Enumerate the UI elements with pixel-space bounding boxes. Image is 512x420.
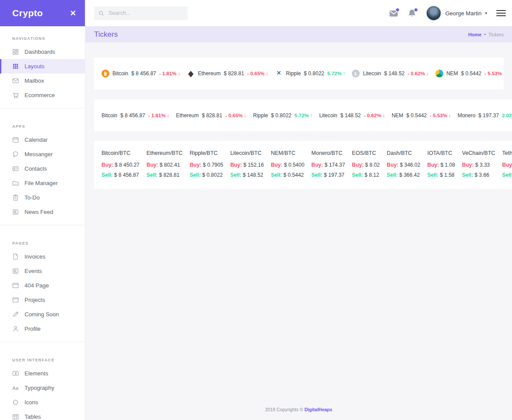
sidebar-item-icons[interactable]: Icons bbox=[0, 395, 85, 410]
ticker-item-bitcoin[interactable]: ฿ Bitcoin $ 8 456.87 - 1.81%↓ bbox=[102, 70, 180, 77]
ticker-name: Ripple bbox=[253, 112, 268, 119]
search-box[interactable] bbox=[94, 7, 188, 20]
hamburger-menu-icon[interactable] bbox=[496, 10, 506, 16]
ticker-price: $ 828.81 bbox=[224, 70, 244, 77]
buy-value: $ 1.08 bbox=[440, 162, 455, 168]
ticker-strip: Bitcoin $ 8 456.87 - 1.81%↓ Ethereum $ 8… bbox=[94, 99, 512, 131]
sidebar-item-dashboards[interactable]: Dashboards bbox=[0, 45, 85, 59]
sidebar-item-profile[interactable]: Profile bbox=[0, 322, 85, 336]
projects-icon bbox=[12, 297, 19, 303]
browser-icon bbox=[12, 282, 19, 289]
sidebar-item-typography[interactable]: Aa Typography bbox=[0, 381, 85, 395]
sidebar-item-elements[interactable]: Elements bbox=[0, 366, 85, 381]
ticker-name: Ethereum bbox=[198, 70, 221, 77]
sidebar-item-tables[interactable]: Tables bbox=[0, 410, 85, 420]
sidebar-item-layouts[interactable]: Layouts bbox=[0, 59, 85, 74]
footer-link[interactable]: DigitalHeaps bbox=[305, 407, 333, 412]
sidebar-item-calendar[interactable]: Calendar bbox=[0, 133, 85, 147]
pair-column-iota: IOTA/BTC Buy: $ 1.08 Sell: $ 1.58 bbox=[427, 150, 455, 182]
brand-logo: Crypto bbox=[12, 8, 43, 18]
sidebar-item-coming-soon[interactable]: Coming Soon bbox=[0, 307, 85, 322]
sidebar-item-label: Ecommerce bbox=[25, 92, 55, 98]
sidebar-item-ecommerce[interactable]: Ecommerce bbox=[0, 88, 85, 102]
ticker-price: $ 0.8022 bbox=[304, 70, 324, 77]
sidebar-item-label: Profile bbox=[25, 326, 41, 332]
notifications-button[interactable] bbox=[407, 9, 417, 18]
ticker-strip-card-plain: Bitcoin $ 8 456.87 - 1.81%↓ Ethereum $ 8… bbox=[94, 99, 512, 131]
sidebar-item-label: Projects bbox=[25, 297, 45, 303]
arrow-down-icon: ↓ bbox=[178, 71, 180, 76]
ticker-name: NEM bbox=[392, 112, 403, 119]
section-label-user-interface: USER INTERFACE bbox=[0, 348, 85, 366]
buy-label: Buy: bbox=[462, 162, 474, 168]
pairs-table: Bitcoin/BTC Buy: $ 8 450.27 Sell: $ 8 45… bbox=[94, 141, 512, 182]
ticker-item-ripple[interactable]: Ripple $ 0.8022 5.72%↑ bbox=[253, 112, 312, 119]
pair-name: Bitcoin/BTC bbox=[102, 150, 140, 156]
sidebar-item-contacts[interactable]: Contacts bbox=[0, 161, 85, 176]
buy-label: Buy: bbox=[102, 162, 113, 168]
ticker-item-litecoin[interactable]: Litecoin $ 148.52 - 0.62%↓ bbox=[319, 112, 385, 119]
ticker-name: Litecoin bbox=[363, 70, 381, 77]
ticker-item-ethereum[interactable]: Ethereum $ 828.81 - 0.65%↓ bbox=[176, 112, 246, 119]
sell-value: $ 828.81 bbox=[159, 172, 179, 178]
sidebar-divider bbox=[0, 342, 85, 342]
ticker-item-monero[interactable]: Monero $ 197.37 2.02%↑ bbox=[458, 112, 512, 119]
sidebar-item-invoices[interactable]: Invoices bbox=[0, 249, 85, 264]
pair-name: NEM/BTC bbox=[271, 150, 305, 156]
ticker-price: $ 8 456.87 bbox=[131, 70, 156, 77]
messages-button[interactable] bbox=[389, 9, 398, 18]
topbar: George Martin ▾ bbox=[85, 0, 512, 26]
pair-column-ethereum: Ethereum/BTC Buy: $ 802.41 Sell: $ 828.8… bbox=[147, 150, 183, 182]
ticker-change: - 1.81%↓ bbox=[159, 71, 180, 76]
ticker-item-ripple[interactable]: × Ripple $ 0.8022 5.72%↑ bbox=[275, 70, 345, 77]
pair-column-monero: Monero/BTC Buy: $ 174.37 Sell: $ 197.37 bbox=[312, 150, 345, 182]
ripple-icon: × bbox=[275, 70, 283, 77]
ticker-item-litecoin[interactable]: Ł Litecoin $ 148.52 - 0.62%↓ bbox=[352, 70, 428, 77]
ticker-item-nem[interactable]: NEM $ 0.5442 - 5.53%↓ bbox=[392, 112, 451, 119]
brand-header: Crypto ✕ bbox=[0, 0, 85, 26]
ticker-change: - 0.65%↓ bbox=[247, 71, 268, 76]
page-title: Tickers bbox=[94, 30, 118, 39]
sidebar-item-label: Coming Soon bbox=[25, 311, 59, 318]
search-input[interactable] bbox=[108, 10, 183, 17]
avatar[interactable] bbox=[426, 5, 442, 21]
ticker-name: Bitcoin bbox=[102, 112, 117, 119]
sell-value: $ 0.5442 bbox=[284, 172, 304, 178]
breadcrumb-home[interactable]: Home bbox=[468, 32, 482, 37]
sidebar-item-mailbox[interactable]: Mailbox bbox=[0, 74, 85, 88]
sidebar-item-events[interactable]: Events bbox=[0, 264, 85, 278]
ticker-name: Ripple bbox=[286, 70, 301, 77]
sell-value: $ 1.58 bbox=[440, 172, 454, 178]
sidebar-item-404-page[interactable]: 404 Page bbox=[0, 278, 85, 293]
sidebar-item-label: Layouts bbox=[25, 63, 45, 70]
ticker-price: $ 197.37 bbox=[478, 112, 499, 119]
ticker-item-bitcoin[interactable]: Bitcoin $ 8 456.87 - 1.81%↓ bbox=[102, 112, 169, 119]
ticker-change: - 0.62%↓ bbox=[407, 71, 428, 76]
ticker-name: Litecoin bbox=[319, 112, 337, 119]
dashboards-icon bbox=[12, 49, 19, 55]
ticker-item-nem[interactable]: NEM $ 0.5442 - 5.53%↓ bbox=[435, 70, 504, 77]
ticker-price: $ 828.81 bbox=[202, 112, 222, 119]
buy-label: Buy: bbox=[271, 162, 283, 168]
section-label-navigations: NAVIGATIONS bbox=[0, 26, 85, 45]
ticker-change: 5.72%↑ bbox=[327, 71, 345, 76]
sidebar-item-news-feed[interactable]: News Feed bbox=[0, 205, 85, 219]
chat-icon bbox=[12, 151, 19, 158]
circle-icon bbox=[12, 399, 19, 406]
sell-value: $ 3.66 bbox=[475, 172, 489, 178]
ticker-item-ethereum[interactable]: ◆ Ethereum $ 828.81 - 0.65%↓ bbox=[187, 70, 268, 77]
user-menu[interactable]: George Martin ▾ bbox=[426, 5, 487, 21]
ticker-price: $ 148.52 bbox=[384, 70, 405, 77]
chevron-down-icon: ▾ bbox=[485, 11, 487, 15]
sidebar-item-file-manager[interactable]: File Manager bbox=[0, 176, 85, 190]
sidebar-item-label: News Feed bbox=[25, 209, 53, 215]
sidebar-item-messanger[interactable]: Messanger bbox=[0, 147, 85, 161]
close-icon[interactable]: ✕ bbox=[70, 9, 76, 18]
litecoin-icon: Ł bbox=[352, 70, 360, 77]
arrow-up-icon: ↑ bbox=[343, 71, 346, 76]
buy-value: $ 174.37 bbox=[325, 162, 345, 168]
sidebar-item-projects[interactable]: Projects bbox=[0, 293, 85, 307]
pair-column-vechain: VeChain/BTC Buy: $ 3.33 Sell: $ 3.66 bbox=[462, 150, 495, 182]
sidebar-item-todo[interactable]: To-Do bbox=[0, 190, 85, 205]
buy-value: $ 802.41 bbox=[160, 162, 180, 168]
